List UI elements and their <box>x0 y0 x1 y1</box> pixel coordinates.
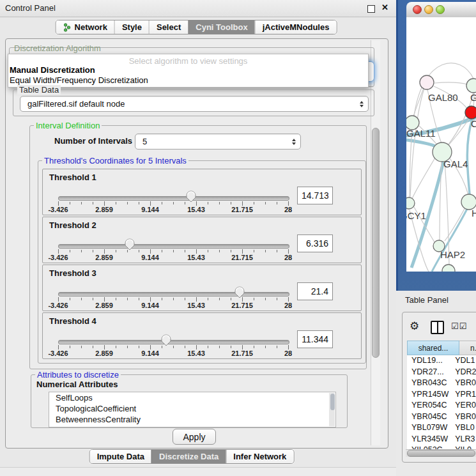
slider-thumb[interactable] <box>234 286 245 299</box>
attribute-item-topologicalcoefficient[interactable]: TopologicalCoefficient <box>49 403 335 414</box>
tab-network[interactable]: Network <box>56 20 114 34</box>
tab-infer-network[interactable]: Infer Network <box>226 450 293 463</box>
numerical-attributes-list[interactable]: SelfLoopsTopologicalCoefficientBetweenne… <box>49 392 336 427</box>
slider-tick <box>104 249 105 254</box>
threshold-value-field[interactable] <box>297 330 333 348</box>
column-header-shared-name[interactable]: shared... <box>407 341 459 355</box>
table-cell[interactable]: YDL1 <box>453 355 476 367</box>
slider-tick <box>150 297 151 302</box>
number-of-intervals-label: Number of Intervals <box>54 136 132 146</box>
attribute-item-selfloops[interactable]: SelfLoops <box>49 392 335 403</box>
table-cell[interactable]: YPR145W <box>407 389 453 401</box>
network-node[interactable] <box>466 79 476 93</box>
slider-thumb[interactable] <box>185 190 197 203</box>
table-row[interactable]: YIL052CYIL0 <box>407 445 476 449</box>
table-cell[interactable]: YBR0 <box>453 378 476 389</box>
slider-thumb[interactable] <box>160 334 172 347</box>
slider-tick <box>70 346 70 348</box>
interval-definition-title: Interval Definition <box>34 121 102 130</box>
network-node-gal80[interactable] <box>420 75 434 89</box>
list-scrollbar-thumb[interactable] <box>330 394 335 410</box>
table-cell[interactable]: YER054C <box>407 400 453 411</box>
threshold-slider-track[interactable] <box>58 244 289 249</box>
table-row[interactable]: YBL079WYBL0 <box>407 422 476 434</box>
table-row[interactable]: YDL19...YDL1 <box>407 355 476 367</box>
apply-button[interactable]: Apply <box>173 429 216 445</box>
control-panel: Control Panel ✕ NetworkStyleSelectCyni T… <box>0 0 396 476</box>
network-icon <box>63 23 72 32</box>
tab-label: Network <box>75 22 107 32</box>
table-cell[interactable]: YDR27... <box>407 367 453 378</box>
menu-item-manual-discretization[interactable]: Manual Discretization <box>10 65 95 75</box>
slider-scale-label: 9.144 <box>141 349 159 357</box>
float-window-icon[interactable] <box>367 5 375 13</box>
table-cell[interactable]: YPR1 <box>453 389 476 401</box>
table-cell[interactable]: YIL052C <box>407 445 453 449</box>
table-cell[interactable]: YBL079W <box>407 422 453 434</box>
tab-impute-data[interactable]: Impute Data <box>90 450 151 463</box>
table-row[interactable]: YER054CYER0 <box>407 400 476 411</box>
panel-scrollbar-thumb[interactable] <box>372 128 380 358</box>
tab-select[interactable]: Select <box>149 20 188 34</box>
slider-scale-label: 15.43 <box>187 254 205 261</box>
slider-scale-label: 15.43 <box>187 349 205 357</box>
gear-icon[interactable]: ⚙ <box>410 319 419 333</box>
network-node-gcy1[interactable] <box>406 197 415 209</box>
table-data-combo[interactable]: galFiltered.sif default node <box>20 96 369 112</box>
slider-scale-label: 9.144 <box>141 302 159 309</box>
tab-style[interactable]: Style <box>114 20 149 34</box>
close-traffic-light[interactable] <box>413 5 422 14</box>
threshold-slider-track[interactable] <box>58 196 289 201</box>
threshold-value-field[interactable] <box>297 282 333 300</box>
table-cell[interactable]: YBR045C <box>407 411 453 423</box>
slider-tick <box>219 250 220 252</box>
column-checkboxes-icon[interactable]: ☑☑ <box>451 321 467 331</box>
table-row[interactable]: YBR043CYBR0 <box>407 378 476 389</box>
threshold-slider-track[interactable] <box>58 340 289 344</box>
slider-tick <box>116 298 116 300</box>
slider-tick <box>185 250 185 252</box>
threshold-value-field[interactable] <box>297 187 333 204</box>
threshold-label: Threshold 4 <box>49 316 96 326</box>
table-cell[interactable]: YLR345W <box>407 434 453 445</box>
close-icon[interactable]: ✕ <box>381 3 388 12</box>
table-row[interactable]: YBR045CYBR0 <box>407 411 476 423</box>
tab-jactivemnodules[interactable]: jActiveMNodules <box>255 20 337 34</box>
slider-thumb[interactable] <box>124 238 135 251</box>
control-panel-titlebar: Control Panel ✕ <box>0 0 396 17</box>
table-cell[interactable]: YIL0 <box>453 445 476 449</box>
attribute-item-betweennesscentrality[interactable]: BetweennessCentrality <box>49 414 335 425</box>
threshold-slider-track[interactable] <box>58 292 289 296</box>
threshold-value-field[interactable] <box>297 234 333 252</box>
slider-tick <box>185 298 185 300</box>
table-row[interactable]: YLR345WYLR3 <box>407 434 476 445</box>
slider-tick <box>242 345 243 349</box>
table-cell[interactable]: YDL19... <box>407 355 453 367</box>
table-row[interactable]: YDR27...YDR2 <box>407 367 476 378</box>
menu-item-equal-width-frequency[interactable]: Equal Width/Frequency Discretization <box>10 75 148 85</box>
slider-scale-label: 28 <box>284 254 292 261</box>
table-hscrollbar-thumb[interactable] <box>407 450 475 457</box>
minimize-traffic-light[interactable] <box>424 5 433 14</box>
table-cell[interactable]: YBR043C <box>407 378 453 389</box>
zoom-traffic-light[interactable] <box>436 5 445 14</box>
split-view-icon[interactable] <box>431 321 444 334</box>
tab-discretize-data[interactable]: Discretize Data <box>151 450 226 463</box>
network-node[interactable] <box>442 265 455 272</box>
table-cell[interactable]: YLR3 <box>453 434 476 445</box>
table-cell[interactable]: YBR0 <box>453 411 476 423</box>
table-cell[interactable]: YBL0 <box>453 422 476 434</box>
network-canvas[interactable]: GAL80 GA GAL11 C GAL4 GCY1 H HAP2 <box>406 17 476 272</box>
slider-tick <box>81 202 82 204</box>
column-header-name[interactable]: n... <box>459 341 476 355</box>
table-cell[interactable]: YER0 <box>453 400 476 411</box>
table-cell[interactable]: YDR2 <box>453 367 476 378</box>
number-of-intervals-combo[interactable]: 5 <box>135 134 301 150</box>
slider-tick <box>127 202 128 204</box>
tab-cyni-toolbox[interactable]: Cyni Toolbox <box>188 20 254 34</box>
slider-scale-label: 21.715 <box>231 206 253 213</box>
slider-tick <box>219 298 220 300</box>
slider-tick <box>231 250 231 252</box>
table-row[interactable]: YPR145WYPR1 <box>407 389 476 401</box>
network-node-selected[interactable] <box>465 106 476 119</box>
